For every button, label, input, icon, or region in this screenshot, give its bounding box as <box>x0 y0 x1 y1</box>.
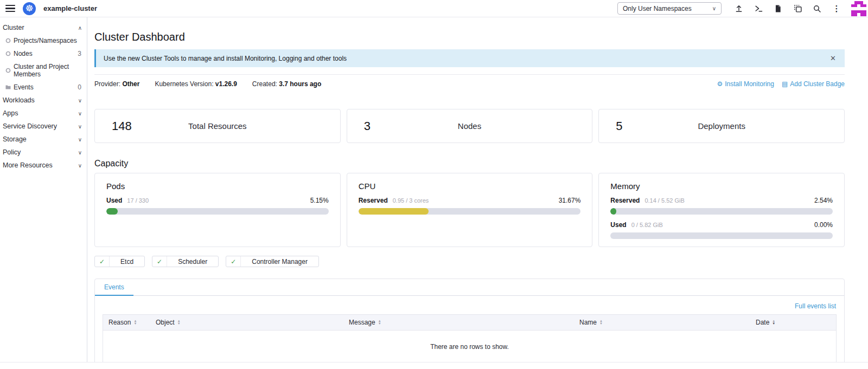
wheel-glyph: ☸ <box>25 4 33 13</box>
gauge-label: Reserved <box>610 197 640 204</box>
gauge-label: Reserved <box>359 197 388 204</box>
gauge-label: Used <box>610 221 626 229</box>
chevron-down-icon: ∨ <box>78 163 82 169</box>
stat-label: Deployments <box>599 121 844 131</box>
deployments-card[interactable]: 5 Deployments <box>598 109 845 143</box>
stats-row: 148 Total Resources 3 Nodes 5 Deployment… <box>94 109 845 143</box>
controller-manager-status-badge: ✓ Controller Manager <box>226 256 319 267</box>
progress-fill <box>610 208 616 215</box>
provider-info: Provider: Other <box>94 80 139 88</box>
tab-events[interactable]: Events <box>95 279 133 296</box>
pods-capacity-card: Pods Used 17 / 330 5.15% <box>94 173 341 247</box>
sort-icon: ▲▼ <box>133 320 137 325</box>
top-bar: ☸ example-cluster Only User Namespaces ∨… <box>0 0 868 17</box>
sidebar-item-label: Cluster and Project Members <box>14 63 81 78</box>
column-header-object[interactable]: Object ▲▼ <box>150 315 343 330</box>
sidebar-section-label: Service Discovery <box>3 122 57 130</box>
gear-icon: ⚙ <box>717 80 723 88</box>
sidebar-section-storage[interactable]: Storage ∨ <box>0 133 87 146</box>
sidebar-section-label: Workloads <box>3 96 35 104</box>
created-info: Created: 3.7 hours ago <box>252 80 321 88</box>
close-icon[interactable]: ✕ <box>829 54 837 62</box>
check-icon: ✓ <box>226 256 241 267</box>
column-label: Date <box>756 319 769 326</box>
kebab-menu-icon[interactable]: ⋮ <box>832 4 841 14</box>
menu-icon[interactable] <box>5 5 15 12</box>
gauge-amount: 0 / 5.82 GiB <box>631 222 663 228</box>
progress-fill <box>359 208 429 215</box>
gauge-percent: 31.67% <box>559 197 581 204</box>
chevron-down-icon: ∨ <box>78 150 82 156</box>
memory-capacity-card: Memory Reserved 0.14 / 5.52 GiB 2.54% Us… <box>598 173 845 247</box>
user-avatar[interactable] <box>851 1 866 16</box>
column-header-message[interactable]: Message ▲▼ <box>343 315 574 330</box>
nodes-card[interactable]: 3 Nodes <box>347 109 593 143</box>
stat-label: Nodes <box>347 121 592 131</box>
chevron-down-icon: ∨ <box>78 111 82 116</box>
install-monitoring-link[interactable]: ⚙ Install Monitoring <box>717 80 774 88</box>
item-count-badge: 3 <box>78 50 81 57</box>
memory-used-gauge: Used 0 / 5.82 GiB 0.00% <box>610 221 833 239</box>
empty-table-message: There are no rows to show. <box>103 331 836 362</box>
sidebar-section-cluster[interactable]: Cluster ∧ <box>0 21 87 34</box>
kubernetes-version-info: Kubernetes Version: v1.26.9 <box>155 80 237 88</box>
sort-icon: ▲▼ <box>378 320 381 325</box>
download-kubeconfig-icon[interactable] <box>773 4 783 14</box>
capacity-card-title: Pods <box>106 182 329 191</box>
action-label: Install Monitoring <box>725 80 774 88</box>
gauge-amount: 17 / 330 <box>127 197 149 204</box>
pods-used-gauge: Used 17 / 330 5.15% <box>106 197 329 215</box>
full-events-list-link[interactable]: Full events list <box>795 302 836 310</box>
page-title: Cluster Dashboard <box>94 31 845 43</box>
component-label: Etcd <box>110 256 144 267</box>
sidebar-section-label: Policy <box>3 148 21 156</box>
info-label: Kubernetes Version: <box>155 80 213 88</box>
item-count-badge: 0 <box>78 83 81 91</box>
events-table: Reason ▲▼ Object ▲▼ Message ▲▼ Name ▲▼ <box>103 314 837 362</box>
sidebar-item-cluster-members[interactable]: Cluster and Project Members <box>0 60 87 81</box>
sidebar-item-projects-namespaces[interactable]: Projects/Namespaces <box>0 34 87 47</box>
gauge-amount: 0.95 / 3 cores <box>393 197 429 204</box>
sidebar-section-label: Apps <box>3 109 18 117</box>
progress-track <box>610 208 833 215</box>
component-label: Scheduler <box>167 256 218 267</box>
sidebar-item-events[interactable]: Events 0 <box>0 81 87 94</box>
column-header-date[interactable]: Date ▲▼ <box>750 315 836 330</box>
sidebar-section-label: More Resources <box>3 161 53 169</box>
sidebar-section-policy[interactable]: Policy ∨ <box>0 146 87 159</box>
gauge-percent: 5.15% <box>310 197 329 204</box>
sidebar-section-label: Storage <box>3 135 27 143</box>
sidebar-item-nodes[interactable]: Nodes 3 <box>0 47 87 60</box>
import-yaml-icon[interactable] <box>734 4 744 14</box>
info-label: Created: <box>252 80 277 88</box>
chevron-down-icon: ∨ <box>712 5 716 11</box>
column-label: Reason <box>108 319 131 326</box>
kubectl-shell-icon[interactable] <box>754 4 763 14</box>
total-resources-card[interactable]: 148 Total Resources <box>94 109 341 143</box>
column-header-reason[interactable]: Reason ▲▼ <box>103 315 150 330</box>
capacity-card-title: CPU <box>359 182 581 191</box>
sidebar-section-workloads[interactable]: Workloads ∨ <box>0 94 87 107</box>
kubernetes-logo-icon: ☸ <box>23 2 36 15</box>
chevron-down-icon: ∨ <box>78 137 82 143</box>
column-header-name[interactable]: Name ▲▼ <box>574 315 750 330</box>
sidebar-section-apps[interactable]: Apps ∨ <box>0 107 87 120</box>
sidebar-item-label: Nodes <box>14 50 33 57</box>
cluster-tools-banner: Use the new Cluster Tools to manage and … <box>94 49 845 67</box>
namespace-filter-value: Only User Namespaces <box>623 5 692 12</box>
sidebar-item-label: Events <box>14 83 34 91</box>
sidebar-section-more-resources[interactable]: More Resources ∨ <box>0 159 87 172</box>
component-label: Controller Manager <box>241 256 318 267</box>
gauge-percent: 0.00% <box>814 221 833 229</box>
namespace-filter-select[interactable]: Only User Namespaces ∨ <box>617 2 722 15</box>
tab-bar: Events <box>95 279 844 296</box>
check-icon: ✓ <box>152 256 167 267</box>
add-cluster-badge-link[interactable]: ▤ Add Cluster Badge <box>782 80 845 88</box>
info-value: v1.26.9 <box>215 80 237 88</box>
sort-icon: ▲▼ <box>599 320 603 325</box>
search-icon[interactable] <box>812 4 822 14</box>
copy-kubeconfig-icon[interactable] <box>793 4 802 14</box>
capacity-card-title: Memory <box>610 182 833 191</box>
events-panel: Events Full events list Reason ▲▼ Object… <box>94 279 845 362</box>
sidebar-section-service-discovery[interactable]: Service Discovery ∨ <box>0 120 87 133</box>
